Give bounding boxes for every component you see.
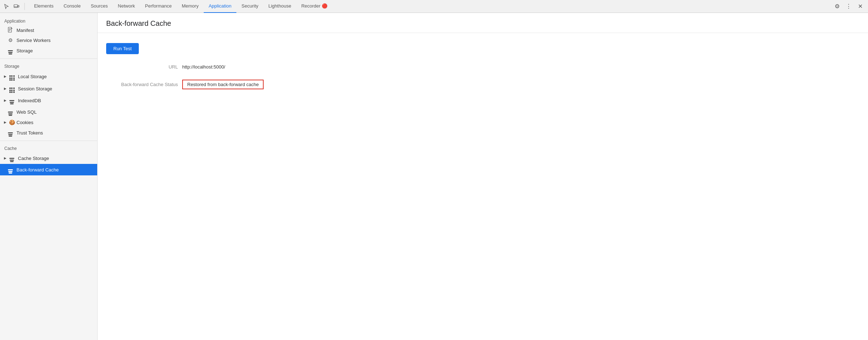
- cache-storage-label: Cache Storage: [18, 156, 49, 161]
- indexed-db-icon: [9, 96, 15, 104]
- sidebar-item-web-sql[interactable]: Web SQL: [0, 106, 97, 118]
- tab-performance[interactable]: Performance: [140, 0, 176, 13]
- storage-overview-icon: [7, 47, 14, 55]
- cookies-arrow: ▶: [3, 120, 7, 124]
- sidebar-item-manifest[interactable]: Manifest: [0, 25, 97, 36]
- web-sql-label: Web SQL: [16, 109, 37, 115]
- tab-bar-right: ⚙ ⋮ ✕: [832, 1, 865, 11]
- tab-elements[interactable]: Elements: [29, 0, 58, 13]
- sidebar-item-cache-storage[interactable]: ▶ Cache Storage: [0, 152, 97, 164]
- url-label: URL: [106, 64, 178, 70]
- tab-bar: Elements Console Sources Network Perform…: [0, 0, 868, 13]
- sidebar-section-application: Application: [0, 16, 97, 25]
- cache-status-label: Back-forward Cache Status: [106, 82, 178, 87]
- main-layout: Application Manifest ⚙ Service Workers: [0, 13, 868, 340]
- cache-storage-arrow: ▶: [3, 156, 7, 160]
- cookies-label: Cookies: [16, 120, 33, 125]
- tab-console[interactable]: Console: [58, 0, 86, 13]
- trust-tokens-label: Trust Tokens: [16, 130, 43, 136]
- page-title: Back-forward Cache: [98, 13, 868, 33]
- cursor-icon[interactable]: [3, 3, 10, 10]
- toolbar-icons: [3, 3, 25, 10]
- tab-sources[interactable]: Sources: [86, 0, 113, 13]
- back-forward-cache-label: Back-forward Cache: [16, 167, 59, 173]
- more-options-icon[interactable]: ⋮: [844, 1, 854, 11]
- sidebar-divider-1: [0, 58, 97, 59]
- sidebar-divider-2: [0, 141, 97, 141]
- cache-status-row: Back-forward Cache Status Restored from …: [106, 80, 859, 89]
- content-body: Run Test URL http://localhost:5000/ Back…: [98, 33, 868, 99]
- svg-rect-1: [18, 5, 19, 7]
- settings-icon[interactable]: ⚙: [832, 1, 842, 11]
- tab-network[interactable]: Network: [113, 0, 140, 13]
- service-workers-label: Service Workers: [16, 38, 51, 43]
- sidebar-section-cache: Cache: [0, 143, 97, 152]
- local-storage-icon: [9, 72, 15, 81]
- storage-label: Storage: [16, 48, 33, 53]
- local-storage-label: Local Storage: [18, 74, 47, 79]
- service-workers-icon: ⚙: [7, 37, 14, 43]
- close-icon[interactable]: ✕: [855, 1, 865, 11]
- tab-application[interactable]: Application: [204, 0, 237, 13]
- tab-security[interactable]: Security: [236, 0, 263, 13]
- sidebar-item-cookies[interactable]: ▶ 🍪 Cookies: [0, 118, 97, 127]
- url-value: http://localhost:5000/: [182, 64, 225, 70]
- sidebar: Application Manifest ⚙ Service Workers: [0, 13, 98, 340]
- cache-status-value: Restored from back-forward cache: [182, 80, 264, 89]
- content-area: Back-forward Cache Run Test URL http://l…: [98, 13, 868, 340]
- sidebar-item-storage-overview[interactable]: Storage: [0, 45, 97, 56]
- session-storage-icon: [9, 84, 15, 93]
- cookies-icon: 🍪: [9, 119, 15, 125]
- sidebar-item-trust-tokens[interactable]: Trust Tokens: [0, 127, 97, 138]
- sidebar-item-back-forward-cache[interactable]: Back-forward Cache: [0, 164, 97, 175]
- session-storage-arrow: ▶: [3, 86, 7, 91]
- indexed-db-label: IndexedDB: [18, 98, 41, 103]
- tab-recorder[interactable]: Recorder 🔴: [296, 0, 332, 13]
- manifest-label: Manifest: [16, 28, 34, 33]
- url-row: URL http://localhost:5000/: [106, 64, 859, 70]
- tab-lighthouse[interactable]: Lighthouse: [263, 0, 296, 13]
- svg-rect-0: [14, 5, 18, 8]
- tab-memory[interactable]: Memory: [177, 0, 204, 13]
- manifest-icon: [7, 27, 14, 34]
- cache-storage-icon: [9, 154, 15, 162]
- sidebar-item-indexed-db[interactable]: ▶ IndexedDB: [0, 95, 97, 106]
- back-forward-cache-icon: [7, 166, 14, 174]
- sidebar-item-session-storage[interactable]: ▶ Session Storage: [0, 82, 97, 95]
- web-sql-icon: [7, 108, 14, 116]
- run-test-button[interactable]: Run Test: [106, 43, 139, 54]
- local-storage-arrow: ▶: [3, 74, 7, 79]
- trust-tokens-icon: [7, 129, 14, 137]
- sidebar-item-service-workers[interactable]: ⚙ Service Workers: [0, 36, 97, 45]
- sidebar-item-local-storage[interactable]: ▶ Local Storage: [0, 70, 97, 82]
- device-icon[interactable]: [13, 3, 20, 10]
- sidebar-section-storage: Storage: [0, 61, 97, 70]
- indexed-db-arrow: ▶: [3, 98, 7, 103]
- session-storage-label: Session Storage: [18, 86, 52, 91]
